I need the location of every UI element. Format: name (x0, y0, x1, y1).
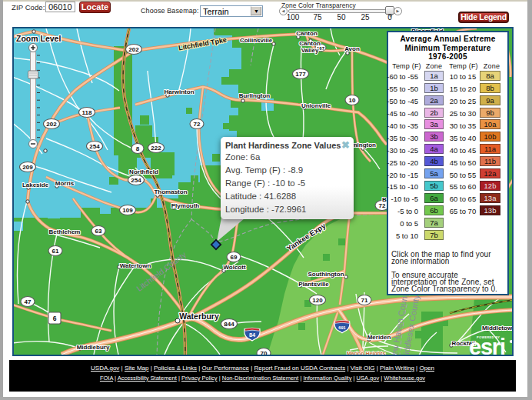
svg-text:222: 222 (151, 145, 161, 152)
svg-text:Middletown: Middletown (482, 325, 512, 332)
svg-text:70: 70 (261, 350, 268, 355)
svg-text:Meriden: Meriden (367, 334, 391, 341)
svg-text:Wolcott: Wolcott (223, 264, 246, 271)
svg-text:109: 109 (122, 207, 133, 214)
svg-text:Canton: Canton (296, 30, 318, 37)
svg-text:120: 120 (312, 297, 323, 304)
svg-text:Waterbury: Waterbury (179, 312, 219, 321)
svg-text:6: 6 (53, 315, 57, 322)
svg-text:Middlebury: Middlebury (77, 344, 110, 351)
svg-text:Harwinton: Harwinton (164, 88, 194, 95)
svg-text:202: 202 (46, 121, 57, 128)
svg-text:Plymouth: Plymouth (171, 202, 200, 209)
svg-text:Marion Heights: Marion Heights (347, 351, 386, 355)
svg-text:Bethlehem: Bethlehem (49, 228, 81, 235)
svg-text:177: 177 (295, 71, 306, 78)
svg-text:Burlington: Burlington (239, 92, 271, 99)
svg-text:Southington: Southington (308, 271, 344, 278)
svg-text:Plantsville: Plantsville (298, 281, 329, 288)
svg-text:Lakeside: Lakeside (22, 182, 49, 188)
svg-text:71: 71 (361, 297, 368, 304)
svg-text:254: 254 (131, 177, 141, 184)
svg-text:691: 691 (338, 325, 345, 330)
svg-text:esri: esri (469, 335, 505, 355)
svg-text:10: 10 (349, 97, 356, 104)
svg-text:8: 8 (136, 145, 140, 152)
svg-text:209: 209 (22, 164, 33, 171)
svg-text:69: 69 (231, 254, 238, 261)
svg-text:Canton: Canton (299, 40, 321, 47)
svg-text:Morris: Morris (55, 180, 75, 187)
svg-text:Avon: Avon (344, 45, 360, 52)
svg-text:84: 84 (249, 332, 256, 338)
svg-text:Northfield: Northfield (129, 168, 158, 175)
svg-text:61: 61 (52, 248, 59, 255)
svg-text:47: 47 (25, 298, 32, 305)
svg-text:Valley: Valley (301, 47, 319, 54)
svg-text:72: 72 (379, 202, 386, 209)
svg-text:63: 63 (95, 228, 102, 235)
svg-text:72: 72 (194, 121, 201, 128)
svg-text:Thomaston: Thomaston (154, 188, 187, 195)
svg-text:Collinsville: Collinsville (240, 37, 273, 44)
svg-text:118: 118 (82, 109, 92, 116)
svg-text:Zoom Level: Zoom Level (16, 34, 61, 43)
svg-text:Unionville: Unionville (301, 102, 331, 109)
svg-text:844: 844 (224, 321, 234, 328)
svg-text:254: 254 (89, 143, 100, 150)
svg-text:Watertown: Watertown (120, 262, 151, 269)
svg-text:202: 202 (128, 46, 139, 53)
